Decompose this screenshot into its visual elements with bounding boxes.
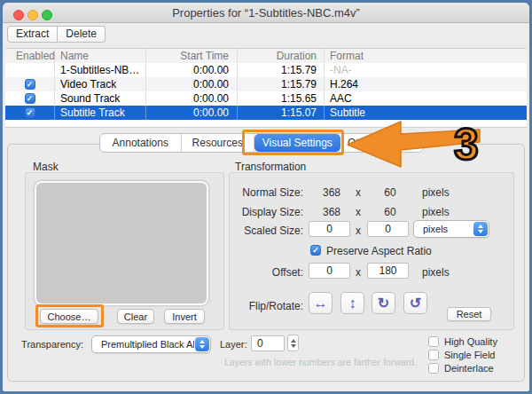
column-header-enabled[interactable]: Enabled	[5, 49, 55, 63]
toolbar: Extract Delete	[7, 26, 106, 43]
properties-window: Properties for “1-Subtitles-NBC.m4v” Ext…	[0, 0, 532, 394]
column-header-duration[interactable]: Duration	[238, 49, 325, 63]
layer-stepper[interactable]	[287, 335, 299, 351]
track-name: Subtitle Track	[55, 106, 146, 120]
extract-button[interactable]: Extract	[7, 26, 58, 43]
highlight-box-visual-settings	[242, 130, 344, 155]
scaled-unit-dropdown[interactable]: pixels	[413, 220, 489, 238]
track-start-time: 0:00.00	[146, 77, 238, 91]
high-quality-option[interactable]: High Quality	[423, 336, 497, 347]
annotation-step-number: 3	[454, 119, 479, 170]
flip-vertical-button[interactable]: ↕	[340, 292, 364, 314]
table-row[interactable]: ✓ Video Track 0:00.00 1:15.79 H.264	[5, 77, 527, 91]
transparency-value: Premultiplied Black Alpha	[92, 339, 194, 350]
preserve-aspect-checkbox[interactable]: ✓	[310, 245, 321, 256]
scaled-unit-value: pixels	[414, 224, 473, 234]
track-format: H.264	[325, 77, 527, 91]
scaled-width-input[interactable]: 0	[309, 221, 350, 237]
normal-size-unit: pixels	[422, 186, 450, 199]
track-duration: 1:15.07	[238, 106, 325, 120]
deinterlace-checkbox[interactable]	[428, 363, 439, 374]
flip-rotate-label: Flip/Rotate:	[215, 300, 303, 312]
track-duration: 1:15.79	[238, 63, 325, 77]
times-separator: x	[353, 206, 364, 218]
rotate-counterclockwise-button[interactable]: ↺	[403, 292, 427, 314]
track-duration: 1:15.65	[238, 91, 325, 106]
rotate-counterclockwise-icon: ↺	[410, 296, 421, 311]
offset-y-input[interactable]: 180	[367, 263, 409, 279]
deinterlace-option[interactable]: Deinterlace	[423, 363, 494, 374]
mask-section-title: Mask	[33, 161, 59, 173]
deinterlace-label: Deinterlace	[444, 363, 494, 374]
offset-x-input[interactable]: 0	[309, 263, 350, 279]
stepper-icon	[473, 222, 488, 236]
enabled-checkbox[interactable]: ✓	[25, 107, 35, 118]
delete-button[interactable]: Delete	[58, 26, 106, 43]
single-field-label: Single Field	[444, 350, 495, 360]
rotate-clockwise-icon: ↻	[378, 296, 389, 311]
table-row[interactable]: ✓ Sound Track 0:00.00 1:15.65 AAC	[5, 91, 527, 106]
scaled-height-input[interactable]: 0	[367, 221, 409, 237]
column-header-start-time[interactable]: Start Time	[146, 49, 238, 63]
check-icon: ✓	[312, 246, 319, 255]
display-size-width: 368	[312, 206, 351, 218]
table-row-selected[interactable]: ✓ Subtitle Track 0:00.00 1:15.07 Subtitl…	[5, 106, 527, 120]
track-start-time: 0:00.00	[146, 63, 238, 77]
reset-button[interactable]: Reset	[447, 307, 491, 321]
clear-mask-button[interactable]: Clear	[117, 309, 154, 324]
times-separator: x	[353, 186, 364, 199]
track-name: Sound Track	[55, 91, 146, 106]
offset-unit: pixels	[422, 266, 450, 279]
transformation-section-title: Transformation	[235, 161, 306, 173]
layer-hint-text: Layers with lower numbers are farther fo…	[224, 357, 417, 367]
rotate-clockwise-button[interactable]: ↻	[372, 292, 395, 314]
track-format: Subtitle	[325, 106, 527, 120]
track-table: Enabled Name Start Time Duration Format …	[5, 48, 527, 128]
normal-size-width: 368	[312, 186, 351, 199]
track-format: -NA-	[325, 63, 527, 77]
flip-horizontal-icon: ↔	[314, 296, 328, 311]
check-icon: ✓	[27, 80, 34, 89]
highlight-box-choose	[35, 304, 104, 327]
track-name: 1-Subtitles-NB…	[55, 63, 146, 77]
transparency-label: Transparency:	[18, 339, 83, 350]
table-header: Enabled Name Start Time Duration Format	[5, 49, 527, 63]
times-separator: x	[353, 266, 364, 279]
times-separator: x	[353, 225, 364, 237]
table-row[interactable]: 1-Subtitles-NB… 0:00.00 1:15.79 -NA-	[5, 63, 527, 77]
display-size-label: Display Size:	[215, 206, 303, 218]
layer-input[interactable]: 0	[251, 335, 285, 351]
display-size-height: 60	[371, 206, 410, 218]
display-size-unit: pixels	[422, 206, 450, 218]
enabled-checkbox[interactable]: ✓	[25, 79, 35, 90]
track-format: AAC	[325, 91, 527, 106]
offset-label: Offset:	[215, 266, 303, 279]
normal-size-height: 60	[371, 186, 410, 199]
single-field-option[interactable]: Single Field	[423, 350, 495, 360]
preserve-aspect-label: Preserve Aspect Ratio	[326, 245, 432, 257]
tab-other-settings[interactable]: Other Settings	[340, 134, 423, 152]
title-bar: Properties for “1-Subtitles-NBC.m4v”	[3, 3, 529, 23]
track-start-time: 0:00.00	[146, 106, 238, 120]
high-quality-label: High Quality	[444, 336, 497, 347]
transparency-dropdown[interactable]: Premultiplied Black Alpha	[91, 335, 211, 353]
layer-label: Layer:	[220, 339, 246, 350]
track-duration: 1:15.79	[238, 77, 325, 91]
check-icon: ✓	[27, 108, 34, 117]
check-icon: ✓	[27, 94, 34, 103]
single-field-checkbox[interactable]	[428, 350, 439, 360]
normal-size-label: Normal Size:	[215, 186, 303, 199]
high-quality-checkbox[interactable]	[428, 336, 439, 347]
track-name: Video Track	[55, 77, 146, 91]
invert-mask-button[interactable]: Invert	[164, 309, 205, 324]
stepper-icon	[195, 337, 209, 351]
mask-preview-well	[35, 181, 208, 305]
column-header-name[interactable]: Name	[55, 49, 146, 63]
column-header-format[interactable]: Format	[325, 49, 527, 63]
track-start-time: 0:00.00	[146, 91, 238, 106]
flip-horizontal-button[interactable]: ↔	[309, 292, 332, 314]
tab-annotations[interactable]: Annotations	[100, 134, 182, 152]
enabled-checkbox[interactable]: ✓	[25, 93, 35, 104]
window-title: Properties for “1-Subtitles-NBC.m4v”	[3, 3, 529, 23]
flip-vertical-icon: ↕	[349, 296, 356, 311]
